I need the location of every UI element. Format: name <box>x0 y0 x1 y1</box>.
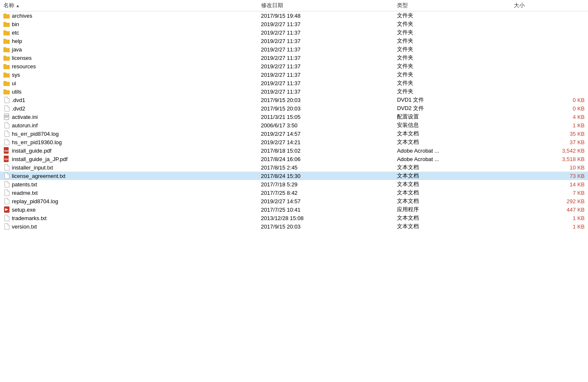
file-name: install_guide.pdf <box>12 148 51 154</box>
table-row[interactable]: .dvd12017/9/15 20:03DVD1 文件0 KB <box>0 96 588 104</box>
file-name: .dvd1 <box>12 97 25 103</box>
sort-arrow-name: ▲ <box>16 3 20 8</box>
table-row[interactable]: .dvd22017/9/15 20:03DVD2 文件0 KB <box>0 104 588 113</box>
table-row[interactable]: java2019/2/27 11:37文件夹 <box>0 45 588 54</box>
table-row[interactable]: activate.ini2011/3/21 15:05配置设置4 KB <box>0 113 588 121</box>
table-row[interactable]: help2019/2/27 11:37文件夹 <box>0 37 588 45</box>
cell-type: 文本文档 <box>394 163 510 172</box>
svg-text:PDF: PDF <box>5 150 9 152</box>
table-row[interactable]: resources2019/2/27 11:37文件夹 <box>0 62 588 70</box>
cell-size: 1 KB <box>510 222 588 231</box>
cell-type: 文件夹 <box>394 62 510 70</box>
cell-name: license_agreement.txt <box>0 172 258 180</box>
cell-size <box>510 79 588 87</box>
table-row[interactable]: installer_input.txt2017/8/15 2:45文本文档10 … <box>0 163 588 172</box>
file-name: archives <box>12 13 32 19</box>
table-row[interactable]: PDF install_guide.pdf2017/8/18 15:02Adob… <box>0 146 588 155</box>
table-row[interactable]: hs_err_pid19360.log2019/2/27 14:21文本文档37… <box>0 138 588 146</box>
file-name: replay_pid8704.log <box>12 198 58 204</box>
table-row[interactable]: patents.txt2017/7/18 5:29文本文档14 KB <box>0 180 588 188</box>
file-name: trademarks.txt <box>12 215 46 221</box>
svg-rect-3 <box>3 22 6 24</box>
cell-type: 文件夹 <box>394 87 510 96</box>
cell-date: 2017/7/25 8:42 <box>258 188 394 197</box>
svg-rect-17 <box>3 81 6 83</box>
cell-date: 2019/2/27 11:37 <box>258 20 394 28</box>
cell-size: 3,518 KB <box>510 155 588 163</box>
cell-name: resources <box>0 62 258 70</box>
folder-icon <box>3 54 10 61</box>
cell-type: 文件夹 <box>394 45 510 54</box>
table-row[interactable]: trademarks.txt2013/12/28 15:08文本文档1 KB <box>0 214 588 222</box>
folder-icon <box>3 12 10 19</box>
table-row[interactable]: ui2019/2/27 11:37文件夹 <box>0 79 588 87</box>
cell-size: 35 KB <box>510 129 588 138</box>
cell-date: 2017/8/15 2:45 <box>258 163 394 172</box>
svg-rect-20 <box>4 114 9 120</box>
table-row[interactable]: sys2019/2/27 11:37文件夹 <box>0 70 588 79</box>
cell-size: 0 KB <box>510 96 588 104</box>
svg-rect-13 <box>3 64 6 66</box>
table-row[interactable]: version.txt2017/9/15 20:03文本文档1 KB <box>0 222 588 231</box>
table-row[interactable]: bin2019/2/27 11:37文件夹 <box>0 20 588 28</box>
table-row[interactable]: license_agreement.txt2017/8/24 15:30文本文档… <box>0 172 588 180</box>
svg-text:PDF: PDF <box>5 158 9 161</box>
col-date[interactable]: 修改日期 <box>258 0 394 11</box>
file-name: activate.ini <box>12 114 38 120</box>
table-row[interactable]: setup.exe2017/7/25 10:41应用程序447 KB <box>0 205 588 214</box>
file-name: version.txt <box>12 223 37 230</box>
cell-date: 2017/9/15 20:03 <box>258 104 394 113</box>
folder-icon <box>3 29 10 36</box>
col-type[interactable]: 类型 <box>394 0 510 11</box>
cell-date: 2017/9/15 20:03 <box>258 222 394 231</box>
table-row[interactable]: replay_pid8704.log2019/2/27 14:57文本文档292… <box>0 197 588 205</box>
file-name: patents.txt <box>12 181 37 188</box>
cell-name: trademarks.txt <box>0 214 258 222</box>
cell-name: .dvd1 <box>0 96 258 104</box>
cell-type: DVD1 文件 <box>394 96 510 104</box>
cell-name: hs_err_pid8704.log <box>0 129 258 138</box>
cell-type: 文本文档 <box>394 197 510 205</box>
svg-rect-7 <box>3 39 6 40</box>
file-icon <box>3 164 10 171</box>
cell-date: 2017/9/15 19:48 <box>258 11 394 20</box>
cell-size <box>510 87 588 96</box>
cell-date: 2019/2/27 11:37 <box>258 54 394 62</box>
cell-date: 2019/2/27 14:57 <box>258 197 394 205</box>
file-name: install_guide_ja_JP.pdf <box>12 156 67 162</box>
cell-size: 10 KB <box>510 163 588 172</box>
table-row[interactable]: readme.txt2017/7/25 8:42文本文档7 KB <box>0 188 588 197</box>
file-name: sys <box>12 72 20 78</box>
cell-name: readme.txt <box>0 188 258 197</box>
cell-date: 2017/8/24 16:06 <box>258 155 394 163</box>
folder-icon <box>3 21 10 27</box>
cell-date: 2011/3/21 15:05 <box>258 113 394 121</box>
cell-name: version.txt <box>0 222 258 231</box>
file-name: help <box>12 38 22 44</box>
file-name: .dvd2 <box>12 105 25 112</box>
cell-name: ui <box>0 79 258 87</box>
column-headers: 名称 ▲ 修改日期 类型 大小 <box>0 0 588 11</box>
col-size[interactable]: 大小 <box>510 0 588 11</box>
cell-date: 2019/2/27 11:37 <box>258 45 394 54</box>
file-name: hs_err_pid8704.log <box>12 131 59 137</box>
svg-rect-19 <box>3 89 6 91</box>
cell-name: utils <box>0 87 258 96</box>
cell-name: sys <box>0 70 258 79</box>
svg-rect-5 <box>3 30 6 32</box>
table-row[interactable]: autorun.inf2006/6/17 3:50安装信息1 KB <box>0 121 588 129</box>
table-row[interactable]: hs_err_pid8704.log2019/2/27 14:57文本文档35 … <box>0 129 588 138</box>
table-row[interactable]: licenses2019/2/27 11:37文件夹 <box>0 54 588 62</box>
file-name: utils <box>12 89 22 95</box>
file-name: java <box>12 46 22 53</box>
table-row[interactable]: archives2017/9/15 19:48文件夹 <box>0 11 588 20</box>
folder-icon <box>3 38 10 44</box>
table-row[interactable]: etc2019/2/27 11:37文件夹 <box>0 28 588 37</box>
cell-date: 2019/2/27 11:37 <box>258 28 394 37</box>
cell-type: 文本文档 <box>394 172 510 180</box>
col-name[interactable]: 名称 ▲ <box>0 0 258 11</box>
cell-type: 文件夹 <box>394 11 510 20</box>
cell-type: 文件夹 <box>394 20 510 28</box>
table-row[interactable]: PDF install_guide_ja_JP.pdf2017/8/24 16:… <box>0 155 588 163</box>
table-row[interactable]: utils2019/2/27 11:37文件夹 <box>0 87 588 96</box>
